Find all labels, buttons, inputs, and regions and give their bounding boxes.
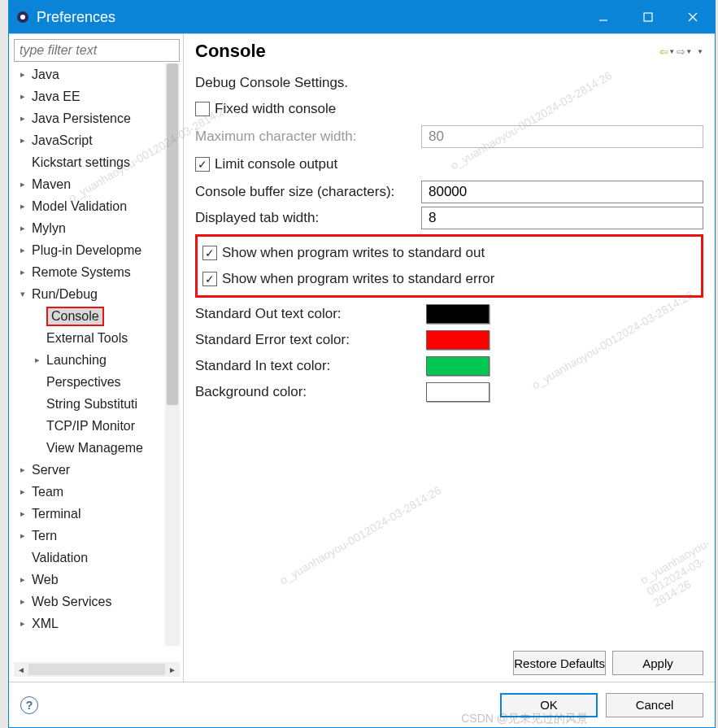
page-title: Console (195, 41, 659, 62)
back-icon[interactable]: ⇦ (659, 46, 668, 58)
fixed-width-checkbox[interactable] (195, 102, 210, 116)
tree-item-external-tools[interactable]: External Tools (14, 327, 165, 349)
tab-width-label: Displayed tab width: (195, 210, 421, 226)
tree-item-label: Console (46, 307, 104, 326)
tree-item-java-ee[interactable]: ▸Java EE (14, 85, 165, 107)
show-stderr-checkbox[interactable] (202, 272, 217, 286)
help-icon[interactable]: ? (20, 696, 38, 714)
expand-closed-icon[interactable]: ▸ (17, 267, 28, 278)
cancel-button[interactable]: Cancel (606, 693, 703, 717)
tree-item-label: Launching (46, 353, 107, 368)
tree-item-label: Perspectives (46, 375, 121, 390)
stdout-color-button[interactable] (426, 304, 490, 324)
tree-item-tern[interactable]: ▸Tern (14, 525, 165, 547)
restore-defaults-button[interactable]: Restore Defaults (513, 651, 606, 675)
expand-closed-icon[interactable]: ▸ (17, 201, 28, 212)
tree-item-xml[interactable]: ▸XML (14, 612, 165, 634)
expand-closed-icon[interactable]: ▸ (17, 245, 28, 256)
filter-input[interactable] (14, 39, 180, 62)
tree-item-tcp-ip-monitor[interactable]: TCP/IP Monitor (14, 415, 165, 437)
tree-vertical-scrollbar[interactable] (165, 63, 180, 646)
tree-item-javascript[interactable]: ▸JavaScript (14, 129, 165, 151)
tree-item-label: Model Validation (32, 199, 127, 214)
stdin-color-button[interactable] (426, 356, 490, 376)
highlight-box: Show when program writes to standard out… (195, 234, 703, 298)
tree-item-web-services[interactable]: ▸Web Services (14, 591, 165, 612)
tree-item-label: String Substituti (46, 397, 137, 412)
stderr-color-button[interactable] (426, 330, 490, 350)
expand-closed-icon[interactable]: ▸ (17, 113, 28, 124)
tree-item-view-manageme[interactable]: View Manageme (14, 437, 165, 459)
expand-closed-icon[interactable]: ▸ (17, 91, 28, 102)
buffer-size-input[interactable] (421, 181, 703, 203)
expand-closed-icon[interactable]: ▸ (17, 179, 28, 190)
tree-item-label: Java (32, 68, 59, 82)
tree-item-model-validation[interactable]: ▸Model Validation (14, 195, 165, 217)
expand-closed-icon[interactable]: ▸ (17, 69, 28, 81)
expand-open-icon[interactable]: ▾ (17, 289, 28, 300)
back-menu-icon[interactable]: ▼ (668, 48, 675, 55)
tree-horizontal-scrollbar[interactable]: ◄ ► (14, 662, 180, 677)
tree-item-label: Java Persistence (32, 111, 131, 126)
tree-item-label: Tern (32, 529, 57, 543)
tree-item-label: Mylyn (32, 221, 66, 236)
expand-closed-icon[interactable]: ▸ (17, 574, 28, 586)
tree-item-label: Remote Systems (32, 265, 131, 280)
stdin-color-label: Standard In text color: (195, 358, 426, 374)
tree-item-launching[interactable]: ▸Launching (14, 349, 165, 371)
scroll-left-icon[interactable]: ◄ (14, 662, 28, 677)
tree-item-remote-systems[interactable]: ▸Remote Systems (14, 261, 165, 283)
tree-item-team[interactable]: ▸Team (14, 481, 165, 503)
tree-item-perspectives[interactable]: Perspectives (14, 371, 165, 393)
expand-closed-icon[interactable]: ▸ (17, 530, 28, 542)
main-panel: Console ⇦▼ ⇨▼ ▼ Debug Console Settings. … (184, 34, 715, 682)
expand-closed-icon[interactable]: ▸ (17, 135, 28, 146)
stdout-color-label: Standard Out text color: (195, 306, 426, 322)
expand-closed-icon[interactable]: ▸ (17, 508, 28, 520)
tree-item-kickstart-settings[interactable]: Kickstart settings (14, 151, 165, 173)
limit-output-label: Limit console output (215, 156, 337, 172)
buffer-size-label: Console buffer size (characters): (195, 184, 421, 200)
tree-item-label: External Tools (46, 331, 128, 346)
limit-output-checkbox[interactable] (195, 157, 210, 172)
tree-item-java-persistence[interactable]: ▸Java Persistence (14, 107, 165, 129)
settings-form: Debug Console Settings. Fixed width cons… (195, 70, 703, 408)
apply-button[interactable]: Apply (612, 651, 703, 675)
sidebar: ▸Java▸Java EE▸Java Persistence▸JavaScrip… (9, 34, 184, 682)
close-button[interactable] (670, 1, 715, 33)
forward-menu-icon[interactable]: ▼ (685, 48, 692, 55)
tree-item-label: TCP/IP Monitor (46, 419, 135, 434)
forward-icon[interactable]: ⇨ (677, 46, 685, 58)
tree-item-console[interactable]: Console (14, 305, 165, 327)
tree-item-web[interactable]: ▸Web (14, 569, 165, 591)
expand-closed-icon[interactable]: ▸ (17, 464, 28, 476)
maximize-button[interactable] (625, 1, 670, 33)
bottom-bar: ? OK Cancel (9, 682, 715, 727)
scroll-right-icon[interactable]: ► (165, 662, 180, 677)
tree-item-plug-in-developme[interactable]: ▸Plug-in Developme (14, 239, 165, 261)
stderr-color-label: Standard Error text color: (195, 332, 426, 348)
tree-item-mylyn[interactable]: ▸Mylyn (14, 217, 165, 239)
tree-item-maven[interactable]: ▸Maven (14, 173, 165, 195)
expand-closed-icon[interactable]: ▸ (17, 596, 28, 608)
show-stdout-label: Show when program writes to standard out (222, 245, 485, 261)
expand-closed-icon[interactable]: ▸ (17, 618, 28, 630)
tree-item-java[interactable]: ▸Java (14, 63, 165, 85)
tree-item-string-substituti[interactable]: String Substituti (14, 393, 165, 415)
expand-closed-icon[interactable]: ▸ (32, 355, 43, 366)
bg-color-button[interactable] (426, 382, 490, 402)
minimize-button[interactable] (581, 1, 625, 33)
tree-item-label: Maven (32, 177, 71, 192)
tree-item-run-debug[interactable]: ▾Run/Debug (14, 283, 165, 305)
expand-closed-icon[interactable]: ▸ (17, 486, 28, 498)
expand-closed-icon[interactable]: ▸ (17, 223, 28, 234)
show-stdout-checkbox[interactable] (202, 246, 217, 260)
preference-tree[interactable]: ▸Java▸Java EE▸Java Persistence▸JavaScrip… (14, 63, 180, 660)
tree-item-label: XML (32, 617, 59, 631)
tree-item-validation[interactable]: Validation (14, 547, 165, 569)
view-menu-icon[interactable]: ▼ (697, 48, 703, 55)
tree-item-server[interactable]: ▸Server (14, 459, 165, 481)
tree-item-terminal[interactable]: ▸Terminal (14, 503, 165, 525)
tab-width-input[interactable] (421, 207, 703, 229)
titlebar[interactable]: Preferences (9, 1, 715, 33)
